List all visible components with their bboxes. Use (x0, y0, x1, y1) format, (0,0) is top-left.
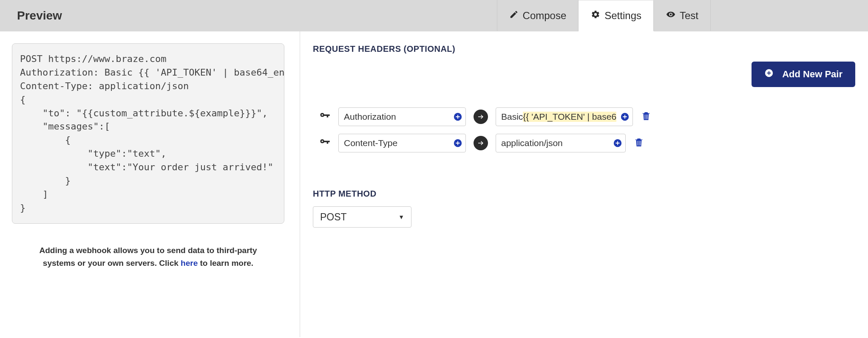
request-headers-label: REQUEST HEADERS (OPTIONAL) (313, 44, 855, 54)
header-value-wrap: Basic {{ 'API_TOKEN' | base6 (496, 107, 633, 126)
tab-settings[interactable]: Settings (579, 0, 654, 31)
header-key-wrap (338, 134, 466, 152)
header-value-wrap: application/json (496, 134, 626, 152)
header-row: application/json (319, 134, 855, 152)
add-liquid-icon[interactable] (453, 138, 462, 148)
arrow-right-icon (474, 136, 488, 150)
arrow-right-icon (474, 110, 488, 124)
preview-panel: POST https://www.braze.com Authorization… (0, 31, 300, 337)
add-liquid-icon[interactable] (613, 138, 622, 148)
header-row: Basic {{ 'API_TOKEN' | base6 (319, 107, 855, 126)
tab-label: Compose (523, 10, 567, 22)
add-liquid-icon[interactable] (620, 112, 630, 121)
add-new-pair-button[interactable]: Add New Pair (752, 62, 855, 87)
pencil-icon (509, 10, 519, 22)
header-value-input[interactable]: application/json (496, 134, 626, 152)
header-key-wrap (338, 107, 466, 126)
key-icon (319, 136, 331, 150)
key-icon (319, 110, 331, 124)
top-bar: Preview Compose Settings Test (0, 0, 868, 31)
header-value-input[interactable]: Basic {{ 'API_TOKEN' | base6 (496, 107, 633, 126)
add-liquid-icon[interactable] (453, 112, 462, 121)
delete-row-button[interactable] (641, 110, 652, 124)
tab-test[interactable]: Test (654, 0, 711, 31)
tab-label: Settings (604, 10, 641, 22)
help-text: Adding a webhook allows you to send data… (12, 244, 284, 270)
settings-panel: REQUEST HEADERS (OPTIONAL) Add New Pair (300, 31, 868, 337)
main-area: POST https://www.braze.com Authorization… (0, 31, 868, 337)
tabs: Compose Settings Test (497, 0, 711, 31)
http-method-select[interactable]: POST ▼ (313, 206, 411, 228)
gear-icon (591, 10, 600, 22)
caret-down-icon: ▼ (398, 214, 404, 220)
plus-circle-icon (764, 68, 774, 80)
header-key-input[interactable] (338, 107, 466, 126)
delete-row-button[interactable] (633, 136, 644, 150)
eye-icon (666, 10, 675, 22)
header-key-input[interactable] (338, 134, 466, 152)
add-new-pair-label: Add New Pair (782, 69, 842, 80)
header-rows: Basic {{ 'API_TOKEN' | base6 (313, 107, 855, 152)
tab-label: Test (680, 10, 698, 22)
http-method-section: HTTP METHOD POST ▼ (313, 189, 855, 228)
tab-compose[interactable]: Compose (497, 0, 579, 31)
code-preview: POST https://www.braze.com Authorization… (12, 43, 284, 224)
page-title: Preview (0, 9, 62, 23)
help-link[interactable]: here (181, 259, 198, 268)
http-method-value: POST (320, 211, 347, 223)
http-method-label: HTTP METHOD (313, 189, 855, 199)
